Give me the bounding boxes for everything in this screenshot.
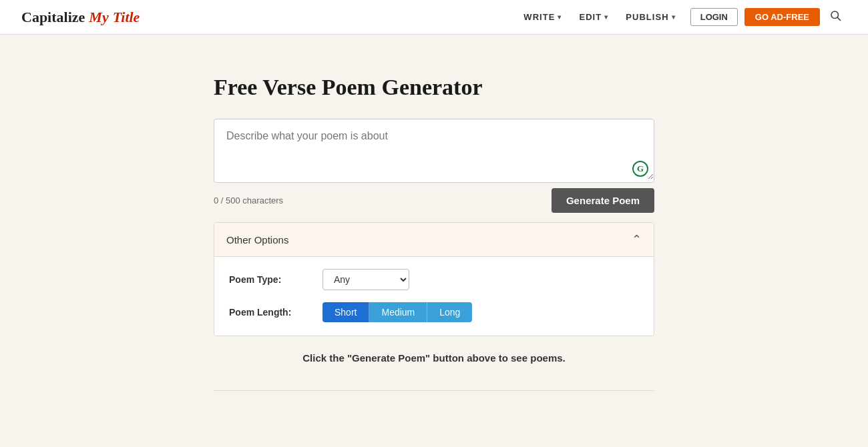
other-options-header[interactable]: Other Options ⌃ [214, 223, 654, 257]
poem-length-label: Poem Length: [229, 307, 309, 318]
search-button[interactable] [824, 7, 847, 27]
grammarly-icon[interactable]: G [632, 161, 648, 177]
site-header: Capitalize My Title WRITE ▾ EDIT ▾ PUBLI… [0, 0, 868, 35]
logo-capitalize: Capitalize [21, 9, 85, 26]
logo-my: My [89, 9, 108, 26]
nav-write-label: WRITE [523, 12, 555, 22]
site-logo: Capitalize My Title [21, 9, 140, 26]
poem-length-btn-group: Short Medium Long [322, 302, 472, 322]
poem-type-select[interactable]: Any [322, 269, 409, 290]
nav-publish[interactable]: PUBLISH ▾ [619, 8, 682, 26]
nav-write[interactable]: WRITE ▾ [517, 8, 568, 26]
poem-length-row: Poem Length: Short Medium Long [229, 302, 639, 322]
logo-title: Title [113, 9, 140, 26]
page-title: Free Verse Poem Generator [214, 75, 654, 100]
other-options-panel: Other Options ⌃ Poem Type: Any Poem Leng… [214, 222, 654, 336]
length-medium-button[interactable]: Medium [369, 302, 427, 322]
login-button[interactable]: LOGIN [690, 8, 738, 26]
other-options-body: Poem Type: Any Poem Length: Short Medium… [214, 257, 654, 336]
chevron-up-icon: ⌃ [632, 232, 642, 247]
divider [214, 390, 654, 391]
nav-edit[interactable]: EDIT ▾ [572, 8, 615, 26]
length-short-button[interactable]: Short [322, 302, 369, 322]
length-long-button[interactable]: Long [427, 302, 472, 322]
svg-line-1 [837, 17, 840, 20]
char-count-row: 0 / 500 characters Generate Poem [214, 188, 654, 213]
chevron-down-icon: ▾ [558, 13, 562, 21]
poem-textarea[interactable] [214, 119, 654, 179]
char-count: 0 / 500 characters [214, 195, 283, 205]
main-nav: WRITE ▾ EDIT ▾ PUBLISH ▾ LOGIN GO AD-FRE… [517, 7, 847, 27]
chevron-down-icon: ▾ [672, 13, 676, 21]
other-options-title: Other Options [226, 234, 288, 246]
nav-publish-label: PUBLISH [626, 12, 668, 22]
hint-text: Click the "Generate Poem" button above t… [214, 352, 654, 364]
generate-poem-button[interactable]: Generate Poem [552, 188, 654, 213]
main-content: Free Verse Poem Generator G 0 / 500 char… [200, 35, 668, 418]
go-ad-free-button[interactable]: GO AD-FREE [744, 8, 820, 26]
poem-type-label: Poem Type: [229, 274, 309, 285]
nav-edit-label: EDIT [579, 12, 602, 22]
search-icon [829, 9, 841, 21]
poem-type-row: Poem Type: Any [229, 269, 639, 290]
poem-input-wrapper: G [214, 119, 654, 183]
chevron-down-icon: ▾ [604, 13, 608, 21]
